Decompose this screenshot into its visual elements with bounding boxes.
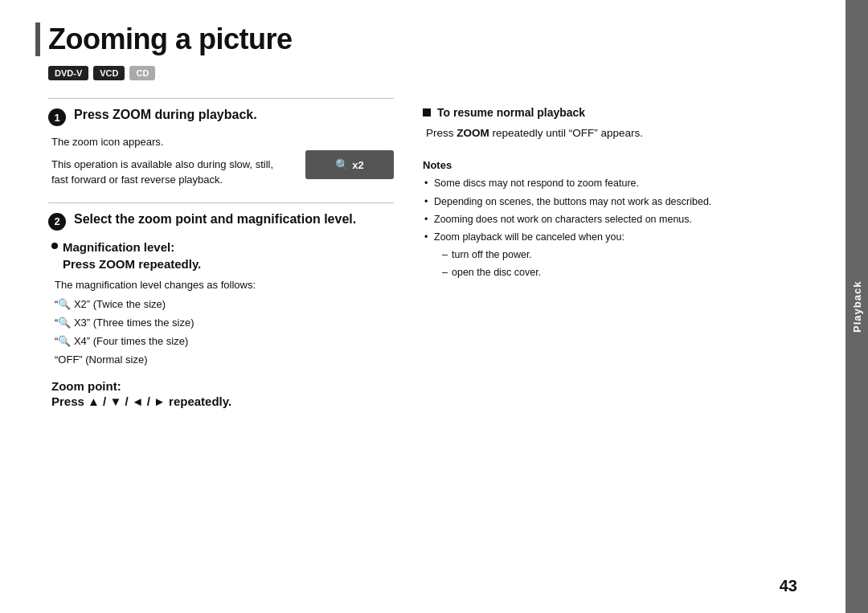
step-1-title: Press ZOOM during playback.	[74, 107, 257, 124]
square-bullet-icon	[423, 108, 431, 116]
side-tab: Playback	[845, 0, 868, 613]
resume-instruction: Press ZOOM repeatedly until “OFF” appear…	[423, 125, 813, 141]
level-4: “OFF” (Normal size)	[55, 352, 394, 369]
step-1-line1: The zoom icon appears.	[51, 134, 293, 150]
page-number: 43	[780, 577, 797, 595]
magnification-bullet: Magnification level: Press ZOOM repeated…	[51, 239, 394, 369]
magnification-desc: The magnification level changes as follo…	[55, 277, 394, 369]
zoom-level-label: x2	[352, 159, 363, 171]
page-container: Zooming a picture DVD-V VCD CD 1 Press Z…	[0, 0, 868, 613]
notes-list: Some discs may not respond to zoom featu…	[423, 176, 813, 280]
step-1-number: 1	[48, 108, 66, 126]
title-accent-bar	[35, 22, 40, 56]
zoom-point-instruction: Press ▲ / ▼ / ◄ / ► repeatedly.	[51, 394, 394, 408]
step-2: 2 Select the zoom point and magnificatio…	[48, 202, 394, 409]
zoom-point-label: Zoom point:	[51, 379, 394, 393]
step-2-header: 2 Select the zoom point and magnificatio…	[48, 211, 394, 231]
level-2: “🔍 X3” (Three times the size)	[55, 315, 394, 332]
step-1-line2: This operation is available also during …	[51, 157, 293, 188]
step-1-body: The zoom icon appears. This operation is…	[48, 134, 394, 188]
side-tab-label: Playback	[851, 280, 863, 332]
notes-section: Notes Some discs may not respond to zoom…	[423, 159, 813, 280]
badge-cd: CD	[129, 66, 155, 80]
sub-note-1: turn off the power.	[442, 247, 813, 263]
step-2-body: Magnification level: Press ZOOM repeated…	[48, 239, 394, 409]
level-3: “🔍 X4” (Four times the size)	[55, 333, 394, 350]
level-1: “🔍 X2” (Twice the size)	[55, 296, 394, 313]
col-right: To resume normal playback Press ZOOM rep…	[423, 98, 813, 423]
badge-dvdv: DVD-V	[48, 66, 88, 80]
step-1: 1 Press ZOOM during playback. The zoom i…	[48, 98, 394, 188]
note-4: Zoom playback will be canceled when you:…	[423, 230, 813, 280]
sub-note-2: open the disc cover.	[442, 265, 813, 280]
step-1-header: 1 Press ZOOM during playback.	[48, 107, 394, 126]
step-2-number: 2	[48, 213, 66, 231]
badge-vcd: VCD	[93, 66, 125, 80]
zoom-icon: 🔍	[335, 158, 349, 171]
resume-section-title: To resume normal playback	[423, 106, 813, 119]
notes-title: Notes	[423, 159, 813, 171]
magnification-label: Magnification level: Press ZOOM repeated…	[63, 239, 201, 272]
col-left: 1 Press ZOOM during playback. The zoom i…	[48, 98, 394, 423]
sub-notes-list: turn off the power. open the disc cover.	[434, 247, 813, 280]
main-content: Zooming a picture DVD-V VCD CD 1 Press Z…	[0, 0, 845, 613]
columns-layout: 1 Press ZOOM during playback. The zoom i…	[48, 98, 813, 423]
note-1: Some discs may not respond to zoom featu…	[423, 176, 813, 191]
zoom-display-box: 🔍 x2	[305, 150, 394, 179]
bullet-mag: Magnification level: Press ZOOM repeated…	[51, 239, 394, 272]
note-3: Zooming does not work on characters sele…	[423, 212, 813, 227]
step-2-title: Select the zoom point and magnification …	[74, 211, 356, 228]
format-badges: DVD-V VCD CD	[48, 66, 813, 80]
step-1-text: The zoom icon appears. This operation is…	[51, 134, 293, 188]
bullet-dot-icon	[51, 243, 58, 249]
resume-title: To resume normal playback	[437, 106, 585, 119]
note-2: Depending on scenes, the buttons may not…	[423, 194, 813, 210]
page-title: Zooming a picture	[48, 22, 813, 56]
